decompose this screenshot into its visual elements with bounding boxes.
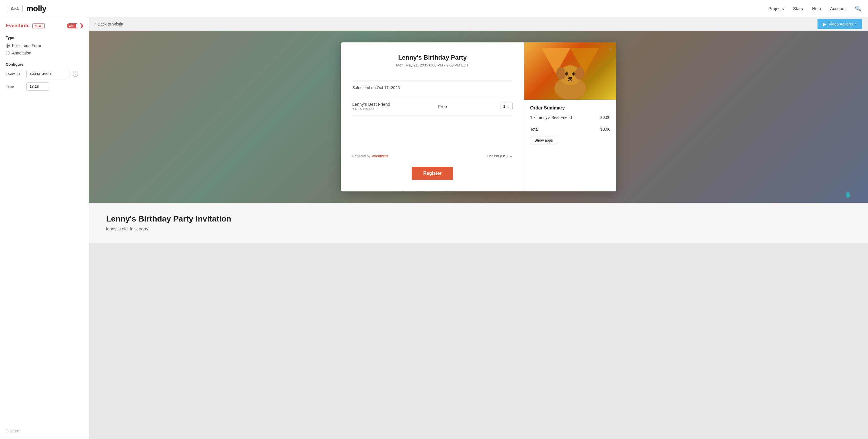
dog-illustration [524,42,616,100]
event-title: Lenny's Birthday Party [352,54,513,61]
video-actions-button[interactable]: ▶ Video Actions › [817,19,862,29]
divider-1 [352,80,513,81]
ticket-info: Lenny's Best Friend 3 REMAINING [352,102,390,111]
time-input[interactable] [26,82,49,91]
nav-stats[interactable]: Stats [793,6,803,11]
type-section-label: Type [6,36,83,40]
order-summary-title: Order Summary [530,105,611,111]
event-id-row: Event ID ? [6,70,83,78]
discard-button[interactable]: Discard [6,429,19,433]
type-radio-group: Fullscreen Form Annotation [6,43,83,55]
order-total: Total $0.00 [530,124,611,132]
nav-left: Back molly [7,4,46,13]
time-row: Time [6,82,83,91]
brand-logo: molly [26,4,46,13]
language-label: English (US) [487,154,508,158]
video-actions-label: Video Actions [829,22,853,26]
toggle-container: ON [67,23,83,28]
event-id-label: Event ID [6,72,23,76]
qty-chevron-icon: ⌄ [507,104,510,108]
nav-right: Projects Stats Help Account 🔍 [769,5,861,12]
event-image [524,42,616,100]
sidebar: Eventbrite NEW! ON Type Fullscreen Form [0,17,89,439]
eventbrite-logo: eventbrite [372,154,389,158]
powered-by: Powered by eventbrite [352,154,389,158]
ticket-price: Free [438,104,447,109]
total-label: Total [530,127,539,132]
language-selector[interactable]: English (US) ⌄ [487,154,513,158]
invitation-desc: lenny is old. let's party. [106,226,851,231]
modal-close-button[interactable]: × [609,46,612,53]
order-summary: Order Summary 1 x Lenny's Best Friend $0… [524,100,616,150]
video-area: × Lenny's Birthday Party Mon, May 21, 20… [89,31,868,203]
event-date: Mon, May 21, 2035 6:00 PM - 9:00 PM EDT [352,63,513,67]
configure-section-label: Configure [6,62,83,66]
configure-section: Configure Event ID ? Time [6,62,83,91]
nav-help[interactable]: Help [812,6,821,11]
invitation-title: Lenny's Birthday Party Invitation [106,214,851,224]
ticket-name: Lenny's Best Friend [352,102,390,107]
chevron-down-icon: › [855,22,857,26]
back-to-wistia[interactable]: ‹ Back to Wistia [95,22,123,26]
radio-annotation-label: Annotation [12,51,31,55]
toggle-label: ON [69,24,74,28]
sidebar-brand-label: Eventbrite [6,23,30,29]
svg-point-8 [572,72,575,76]
dog-svg [541,48,599,100]
below-modal-content: Lenny's Birthday Party Invitation lenny … [89,203,868,243]
top-nav: Back molly Projects Stats Help Account 🔍 [0,0,868,17]
modal-footer: Powered by eventbrite English (US) ⌄ [352,145,513,158]
layout: Eventbrite NEW! ON Type Fullscreen Form [0,17,868,439]
modal-right-panel: Order Summary 1 x Lenny's Best Friend $0… [524,42,616,192]
radio-fullscreen[interactable]: Fullscreen Form [6,43,83,48]
nav-account[interactable]: Account [830,6,846,11]
total-price: $0.00 [600,127,611,132]
order-line-price: $0.00 [600,115,611,120]
show-apps-button[interactable]: Show apps [530,136,557,144]
powered-by-label: Powered by [352,154,370,158]
svg-point-9 [568,77,572,80]
back-to-wistia-label: Back to Wistia [98,22,123,26]
sidebar-footer: Discard [6,429,83,433]
svg-point-7 [565,72,568,76]
order-line-1: 1 x Lenny's Best Friend $0.00 [530,115,611,120]
sales-end: Sales end on Oct 17, 2025 [352,86,513,90]
video-header: ‹ Back to Wistia ▶ Video Actions › [89,17,868,31]
event-id-input[interactable] [26,70,69,78]
help-icon[interactable]: ? [73,72,78,77]
new-badge: NEW! [32,24,45,28]
eventbrite-modal: × Lenny's Birthday Party Mon, May 21, 20… [341,42,616,192]
sidebar-header: Eventbrite NEW! ON [6,23,83,29]
play-icon: ▶ [823,22,827,26]
register-button[interactable]: Register [412,167,453,180]
ticket-qty-selector[interactable]: 1 ⌄ [500,103,513,110]
ticket-remaining: 3 REMAINING [352,107,390,111]
radio-annotation[interactable]: Annotation [6,51,83,55]
time-label: Time [6,84,23,89]
radio-fullscreen-label: Fullscreen Form [12,43,41,48]
lang-chevron-icon: ⌄ [509,154,513,158]
toggle-circle [76,23,82,29]
main-content: ‹ Back to Wistia ▶ Video Actions › × [89,17,868,439]
sidebar-content: Eventbrite NEW! ON Type Fullscreen Form [6,23,83,96]
ticket-row: Lenny's Best Friend 3 REMAINING Free 1 ⌄ [352,97,513,116]
modal-overlay: × Lenny's Birthday Party Mon, May 21, 20… [89,31,868,203]
back-button[interactable]: Back [7,5,23,12]
nav-projects[interactable]: Projects [769,6,784,11]
search-button[interactable]: 🔍 [855,5,861,12]
modal-left-panel: Lenny's Birthday Party Mon, May 21, 2035… [341,42,524,192]
ticket-qty-value: 1 [503,104,505,109]
chevron-left-icon: ‹ [95,22,96,26]
eventbrite-toggle[interactable]: ON [67,23,83,28]
order-line-label: 1 x Lenny's Best Friend [530,115,600,120]
